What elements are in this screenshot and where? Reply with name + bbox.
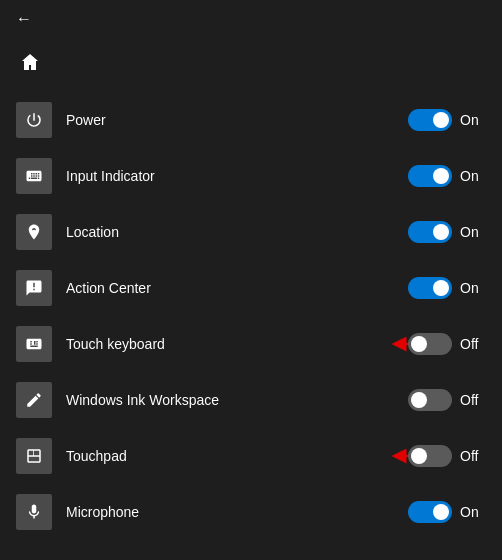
location-toggle-area: On bbox=[408, 221, 486, 243]
action-center-toggle[interactable] bbox=[408, 277, 452, 299]
input-indicator-toggle-area: On bbox=[408, 165, 486, 187]
power-icon bbox=[16, 102, 52, 138]
power-toggle[interactable] bbox=[408, 109, 452, 131]
settings-item-touch-keyboard: Touch keyboard Off bbox=[0, 316, 502, 372]
location-toggle[interactable] bbox=[408, 221, 452, 243]
action-center-icon bbox=[16, 270, 52, 306]
action-center-status: On bbox=[460, 280, 486, 296]
input-indicator-status: On bbox=[460, 168, 486, 184]
touch-keyboard-toggle-knob bbox=[411, 336, 427, 352]
power-status: On bbox=[460, 112, 486, 128]
page-title-row bbox=[0, 38, 502, 92]
microphone-toggle-knob bbox=[433, 504, 449, 520]
windows-ink-icon bbox=[16, 382, 52, 418]
windows-ink-toggle-area: Off bbox=[408, 389, 486, 411]
touch-keyboard-toggle[interactable] bbox=[408, 333, 452, 355]
location-toggle-knob bbox=[433, 224, 449, 240]
touchpad-status: Off bbox=[460, 448, 486, 464]
location-status: On bbox=[460, 224, 486, 240]
microphone-icon bbox=[16, 494, 52, 530]
touch-keyboard-toggle-area: Off bbox=[408, 333, 486, 355]
settings-item-windows-ink: Windows Ink Workspace Off bbox=[0, 372, 502, 428]
action-center-label: Action Center bbox=[66, 280, 408, 296]
windows-ink-toggle[interactable] bbox=[408, 389, 452, 411]
settings-item-touchpad: Touchpad Off bbox=[0, 428, 502, 484]
touchpad-toggle[interactable] bbox=[408, 445, 452, 467]
settings-item-microphone: Microphone On bbox=[0, 484, 502, 540]
touch-keyboard-icon bbox=[16, 326, 52, 362]
touchpad-toggle-area: Off bbox=[408, 445, 486, 467]
touchpad-label: Touchpad bbox=[66, 448, 408, 464]
windows-ink-label: Windows Ink Workspace bbox=[66, 392, 408, 408]
location-label: Location bbox=[66, 224, 408, 240]
microphone-toggle-area: On bbox=[408, 501, 486, 523]
input-indicator-toggle[interactable] bbox=[408, 165, 452, 187]
microphone-status: On bbox=[460, 504, 486, 520]
microphone-label: Microphone bbox=[66, 504, 408, 520]
action-center-toggle-area: On bbox=[408, 277, 486, 299]
power-toggle-area: On bbox=[408, 109, 486, 131]
settings-item-action-center: Action Center On bbox=[0, 260, 502, 316]
windows-ink-status: Off bbox=[460, 392, 486, 408]
windows-ink-toggle-knob bbox=[411, 392, 427, 408]
touchpad-toggle-knob bbox=[411, 448, 427, 464]
input-indicator-toggle-knob bbox=[433, 168, 449, 184]
back-button[interactable]: ← bbox=[16, 10, 32, 28]
header-bar: ← bbox=[0, 0, 502, 38]
touch-keyboard-status: Off bbox=[460, 336, 486, 352]
input-indicator-icon bbox=[16, 158, 52, 194]
settings-item-input-indicator: Input Indicator On bbox=[0, 148, 502, 204]
power-label: Power bbox=[66, 112, 408, 128]
power-toggle-knob bbox=[433, 112, 449, 128]
home-icon bbox=[16, 48, 44, 76]
location-icon bbox=[16, 214, 52, 250]
settings-item-power: Power On bbox=[0, 92, 502, 148]
touch-keyboard-label: Touch keyboard bbox=[66, 336, 408, 352]
action-center-toggle-knob bbox=[433, 280, 449, 296]
touchpad-icon bbox=[16, 438, 52, 474]
input-indicator-label: Input Indicator bbox=[66, 168, 408, 184]
settings-list: Power On Input Indicator On Location bbox=[0, 92, 502, 540]
microphone-toggle[interactable] bbox=[408, 501, 452, 523]
settings-item-location: Location On bbox=[0, 204, 502, 260]
